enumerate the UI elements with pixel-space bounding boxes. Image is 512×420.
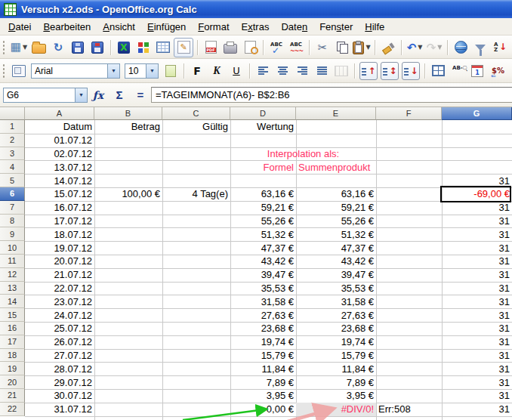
- undo-button[interactable]: ↶▼: [406, 39, 424, 57]
- pdf-export-button[interactable]: [202, 39, 220, 57]
- row-header-10[interactable]: 10: [0, 241, 25, 255]
- cell-E20[interactable]: 7,89 €: [296, 375, 376, 389]
- cell-G12[interactable]: 31: [442, 268, 512, 282]
- cell-G19[interactable]: 31: [442, 362, 512, 375]
- cell-D20[interactable]: 7,89 €: [230, 375, 296, 389]
- column-header-C[interactable]: C: [162, 107, 230, 120]
- filter-button[interactable]: [471, 39, 489, 57]
- column-header-A[interactable]: A: [25, 107, 94, 120]
- row-header-5[interactable]: 5: [0, 174, 25, 187]
- sort-ascending-button[interactable]: [491, 39, 509, 57]
- cell-D11[interactable]: 43,42 €: [230, 255, 296, 268]
- cell-E19[interactable]: 11,84 €: [296, 362, 376, 375]
- cell-A8[interactable]: 17.07.12: [25, 215, 94, 228]
- cell-reference-box[interactable]: G6 ▼: [3, 88, 88, 103]
- styles-button[interactable]: [10, 62, 28, 80]
- format-currency-button[interactable]: [488, 62, 506, 80]
- row-header-7[interactable]: 7: [0, 201, 25, 215]
- cell-G14[interactable]: 31: [442, 295, 512, 308]
- menu-format[interactable]: Format: [192, 20, 235, 34]
- dropdown-arrow-icon[interactable]: ▼: [23, 44, 27, 51]
- row-header-1[interactable]: 1: [0, 120, 25, 134]
- align-left-button[interactable]: [254, 62, 272, 80]
- cell-D18[interactable]: 15,79 €: [230, 349, 296, 363]
- cell-A19[interactable]: 28.07.12: [25, 362, 94, 375]
- cell-E15[interactable]: 27,63 €: [296, 308, 376, 322]
- cell-A12[interactable]: 21.07.12: [25, 268, 94, 282]
- toolbar-grip-handle[interactable]: [2, 40, 6, 55]
- gallery-button[interactable]: [134, 39, 153, 57]
- dropdown-arrow-icon[interactable]: ▼: [437, 44, 442, 51]
- cell-A11[interactable]: 20.07.12: [25, 255, 94, 268]
- cell-G20[interactable]: 31: [442, 375, 512, 389]
- insert-table-button[interactable]: [154, 39, 172, 57]
- cell-A22[interactable]: 31.07.12: [25, 403, 94, 416]
- cell-E4[interactable]: Summenprodukt: [296, 160, 376, 174]
- cell-E8[interactable]: 55,26 €: [296, 215, 376, 228]
- align-right-button[interactable]: [293, 62, 311, 80]
- spreadsheet-x-button[interactable]: X: [115, 39, 133, 57]
- row-header-2[interactable]: 2: [0, 134, 25, 147]
- cell-E9[interactable]: 51,32 €: [296, 227, 376, 241]
- save-as-button[interactable]: [88, 39, 106, 57]
- hyperlink-button[interactable]: [452, 39, 470, 57]
- reload-button[interactable]: ↻: [49, 39, 67, 57]
- copy-button[interactable]: [333, 39, 351, 57]
- page-preview-button[interactable]: [241, 39, 259, 57]
- cell-A9[interactable]: 18.07.12: [25, 227, 94, 241]
- cell-B6[interactable]: 100,00 €: [94, 187, 162, 201]
- cell-E12[interactable]: 39,47 €: [296, 268, 376, 282]
- column-header-D[interactable]: D: [230, 107, 296, 120]
- new-document-button[interactable]: ▦▼: [10, 39, 28, 57]
- cell-E22[interactable]: #DIV/0!: [296, 403, 376, 416]
- cell-B1[interactable]: Betrag: [94, 120, 162, 134]
- row-header-11[interactable]: 11: [0, 255, 25, 268]
- row-header-17[interactable]: 17: [0, 335, 25, 349]
- row-header-21[interactable]: 21: [0, 389, 25, 403]
- cell-D4[interactable]: Formel: [230, 160, 296, 174]
- cell-E17[interactable]: 19,74 €: [296, 335, 376, 349]
- cell-E16[interactable]: 23,68 €: [296, 322, 376, 335]
- row-header-18[interactable]: 18: [0, 349, 25, 363]
- page-style-button[interactable]: [162, 62, 180, 80]
- cell-A7[interactable]: 16.07.12: [25, 201, 94, 215]
- grid-corner-box[interactable]: [0, 107, 25, 120]
- cell-G7[interactable]: 31: [442, 201, 512, 215]
- function-wizard-button[interactable]: ƒx: [88, 86, 108, 104]
- borders-button[interactable]: [429, 62, 447, 80]
- format-text-button[interactable]: [449, 62, 467, 80]
- column-header-B[interactable]: B: [94, 107, 162, 120]
- cell-A10[interactable]: 19.07.12: [25, 241, 94, 255]
- menu-einfügen[interactable]: Einfügen: [141, 20, 192, 34]
- font-size-combo[interactable]: 10▼: [125, 63, 159, 79]
- cell-A3[interactable]: 02.07.12: [25, 147, 94, 161]
- paste-button[interactable]: ▼: [353, 39, 371, 57]
- cell-E11[interactable]: 43,42 €: [296, 255, 376, 268]
- row-header-8[interactable]: 8: [0, 215, 25, 228]
- cell-D22[interactable]: 0,00 €: [230, 403, 296, 416]
- menu-datei[interactable]: Datei: [2, 20, 37, 34]
- menu-hilfe[interactable]: Hilfe: [359, 20, 390, 34]
- align-center-button[interactable]: [273, 62, 291, 80]
- spreadsheet-grid[interactable]: ABCDEFG1DatumBetragGültigWertung201.07.1…: [0, 107, 512, 420]
- cut-button[interactable]: ✂: [313, 39, 332, 57]
- cell-A6[interactable]: 15.07.12: [25, 187, 94, 201]
- cell-G13[interactable]: 31: [442, 282, 512, 295]
- cell-C1[interactable]: Gültig: [162, 120, 230, 134]
- spellcheck-button[interactable]: [267, 39, 285, 57]
- cell-G16[interactable]: 31: [442, 322, 512, 335]
- cell-G17[interactable]: 31: [442, 335, 512, 349]
- cell-E13[interactable]: 35,53 €: [296, 282, 376, 295]
- cell-A20[interactable]: 29.07.12: [25, 375, 94, 389]
- auto-spellcheck-button[interactable]: [287, 39, 305, 57]
- cell-D8[interactable]: 55,26 €: [230, 215, 296, 228]
- cell-E10[interactable]: 47,37 €: [296, 241, 376, 255]
- cell-D15[interactable]: 27,63 €: [230, 308, 296, 322]
- align-bottom-button[interactable]: ↓: [402, 62, 420, 80]
- cell-D10[interactable]: 47,37 €: [230, 241, 296, 255]
- cell-E14[interactable]: 31,58 €: [296, 295, 376, 308]
- cell-G9[interactable]: 31: [442, 227, 512, 241]
- cell-A2[interactable]: 01.07.12: [25, 134, 94, 147]
- print-button[interactable]: [221, 39, 239, 57]
- cell-D16[interactable]: 23,68 €: [230, 322, 296, 335]
